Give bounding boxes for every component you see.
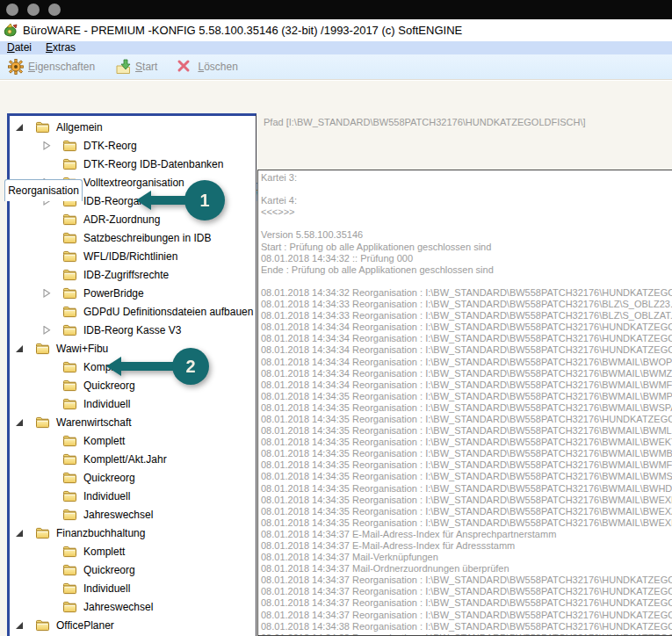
log-line: 08.01.2018 14:34:37 Mail-Verknüpfungen — [261, 552, 672, 563]
arrow-spacer — [40, 271, 62, 279]
callout-arrow-icon — [106, 357, 121, 376]
menu-bar: DateiExtras — [0, 41, 672, 54]
tree-item-label[interactable]: Individuell — [83, 582, 130, 595]
log-line — [261, 218, 672, 229]
tree-item-komplett[interactable]: Komplett — [10, 431, 256, 450]
tree-item-label[interactable]: Komplett/Akt.Jahr — [83, 453, 167, 466]
callout-number: 2 — [172, 348, 209, 385]
toolbar-button-label: Start — [135, 61, 157, 73]
tree-item-label[interactable]: OfficePlaner — [56, 619, 114, 632]
tree-item-label[interactable]: Individuell — [83, 398, 130, 410]
tree-item-idb-zugriffsrechte[interactable]: IDB-Zugriffsrechte — [10, 265, 256, 284]
tree-item-label[interactable]: Satzbeschreibungen in IDB — [83, 232, 211, 244]
tree-item-dtk-reorg[interactable]: DTK-Reorg — [10, 136, 256, 155]
menu-datei[interactable]: Datei — [0, 41, 39, 54]
eigenschaften-button[interactable]: Eigenschaften — [7, 59, 95, 75]
tree-item-gdpdu-definitionsdateien-aufbauen[interactable]: GDPdU Definitionsdateien aufbauen — [10, 302, 256, 321]
tree-item-individuell[interactable]: Individuell — [10, 394, 256, 413]
log-line: 08.01.2018 14:34:38 Reorganisation : I:\… — [261, 632, 672, 636]
collapse-arrow-icon[interactable] — [40, 141, 62, 150]
tree-item-wfl-idb-richtlinien[interactable]: WFL/IDB/Richtlinien — [10, 247, 256, 265]
log-line: 08.01.2018 14:34:35 Reorganisation : I:\… — [261, 391, 672, 402]
window-control-dot[interactable] — [48, 4, 61, 16]
protocol-log[interactable]: Kartei 3: Kartei 4:<<<>>> Version 5.58.1… — [257, 170, 672, 636]
arrow-spacer — [40, 566, 62, 575]
tree-item-officeplaner[interactable]: OfficePlaner — [10, 616, 256, 634]
callout-number: 1 — [184, 180, 225, 220]
folder-icon — [35, 416, 50, 429]
tree-item-jahreswechsel[interactable]: Jahreswechsel — [10, 597, 256, 616]
arrow-spacer — [40, 160, 62, 169]
toolbar-button-label: Löschen — [198, 61, 237, 73]
tree-item-label[interactable]: Jahreswechsel — [83, 601, 153, 613]
tree-item-dtk-reorg-idb-datenbanken[interactable]: DTK-Reorg IDB-Datenbanken — [10, 155, 256, 173]
tree-item-komplett-akt-jahr[interactable]: Komplett/Akt.Jahr — [10, 450, 256, 468]
collapse-arrow-icon[interactable] — [40, 326, 62, 335]
window-control-dot[interactable] — [27, 4, 40, 16]
arrow-spacer — [40, 510, 62, 519]
tree-item-finanzbuchhaltung[interactable]: Finanzbuchhaltung — [10, 524, 256, 542]
tree-item-label[interactable]: IDB-Reorg Kasse V3 — [83, 324, 181, 336]
tree-item-label[interactable]: DTK-Reorg — [83, 140, 137, 152]
arrow-spacer — [40, 400, 62, 408]
löschen-button[interactable]: Löschen — [177, 59, 237, 75]
start-button[interactable]: Start — [114, 59, 157, 75]
tree-item-satzbeschreibungen-in-idb[interactable]: Satzbeschreibungen in IDB — [10, 228, 256, 247]
collapse-arrow-icon[interactable] — [40, 289, 62, 298]
tree-item-label[interactable]: Individuell — [83, 490, 130, 502]
log-line: 08.01.2018 14:34:37 E-Mail-Adress-Index … — [261, 529, 672, 540]
tree-item-quickreorg[interactable]: Quickreorg — [10, 376, 256, 394]
folder-icon — [62, 213, 77, 226]
folder-icon — [62, 287, 77, 300]
expand-arrow-icon[interactable] — [13, 621, 35, 630]
tree-item-label[interactable]: IDB-Zugriffsrechte — [83, 269, 169, 281]
tree-item-idb-reorg-kasse-v3[interactable]: IDB-Reorg Kasse V3 — [10, 321, 256, 339]
tree-item-label[interactable]: Warenwirtschaft — [56, 416, 132, 429]
tree-item-individuell[interactable]: Individuell — [10, 579, 256, 597]
tree-item-label[interactable]: Komplett — [83, 435, 125, 447]
expand-arrow-icon[interactable] — [13, 123, 35, 132]
tree-item-label[interactable]: Finanzbuchhaltung — [56, 527, 145, 539]
tree-item-individuell[interactable]: Individuell — [10, 487, 256, 505]
log-line: 08.01.2018 14:34:37 Mail-Ordnerzuordnung… — [261, 563, 672, 575]
log-line: 08.01.2018 14:34:35 Reorganisation : I:\… — [261, 506, 672, 517]
tree-item-label[interactable]: Allgemein — [56, 121, 103, 134]
tab-reorganisation[interactable]: Reorganisation — [4, 179, 83, 201]
tree-item-komplett[interactable]: Komplett — [10, 542, 256, 560]
folder-icon — [62, 379, 77, 392]
expand-arrow-icon[interactable] — [13, 344, 35, 353]
tree-item-wawi-fibu[interactable]: Wawi+Fibu — [10, 339, 256, 358]
tree-item-label[interactable]: Volltextreorganisation — [83, 177, 184, 189]
tree-item-label[interactable]: Jahreswechsel — [83, 509, 153, 521]
tree-item-quickreorg[interactable]: Quickreorg — [10, 560, 256, 579]
log-line: 08.01.2018 14:34:34 Reorganisation : I:\… — [261, 322, 672, 333]
folder-icon — [62, 324, 77, 336]
arrow-spacer — [40, 381, 62, 390]
tree-item-label[interactable]: DTK-Reorg IDB-Datenbanken — [83, 158, 223, 170]
tree-item-label[interactable]: GDPdU Definitionsdateien aufbauen — [83, 306, 253, 318]
menu-extras[interactable]: Extras — [39, 41, 83, 54]
tree-item-warenwirtschaft[interactable]: Warenwirtschaft — [10, 413, 256, 431]
tree-item-label[interactable]: WFL/IDB/Richtlinien — [83, 250, 177, 263]
tree-item-label[interactable]: Komplett — [83, 546, 125, 558]
tree-item-powerbridge[interactable]: PowerBridge — [10, 284, 256, 302]
folder-icon — [62, 490, 77, 502]
expand-arrow-icon[interactable] — [13, 418, 35, 427]
tree-item-label[interactable]: Quickreorg — [83, 472, 135, 484]
folder-icon — [62, 546, 77, 558]
tree-item-allgemein[interactable]: Allgemein — [10, 118, 256, 136]
expand-arrow-icon[interactable] — [13, 529, 35, 538]
tree-item-label[interactable]: Quickreorg — [83, 379, 135, 392]
tree-item-label[interactable]: PowerBridge — [83, 287, 144, 300]
tree-item-label[interactable]: ADR-Zuordnung — [83, 213, 160, 226]
tree-item-jahreswechsel[interactable]: Jahreswechsel — [10, 505, 256, 524]
arrow-spacer — [40, 492, 62, 501]
window-control-dot[interactable] — [6, 4, 18, 16]
tree-item-label[interactable]: Quickreorg — [83, 564, 135, 576]
arrow-spacer — [40, 307, 62, 316]
log-line: 08.01.2018 14:34:34 Reorganisation : I:\… — [261, 368, 672, 379]
tree-item-label[interactable]: Wawi+Fibu — [56, 343, 108, 355]
log-line: 08.01.2018 14:34:35 Reorganisation : I:\… — [261, 459, 672, 471]
log-line: 08.01.2018 14:34:35 Reorganisation : I:\… — [261, 495, 672, 506]
tree-item-quickreorg[interactable]: Quickreorg — [10, 468, 256, 487]
